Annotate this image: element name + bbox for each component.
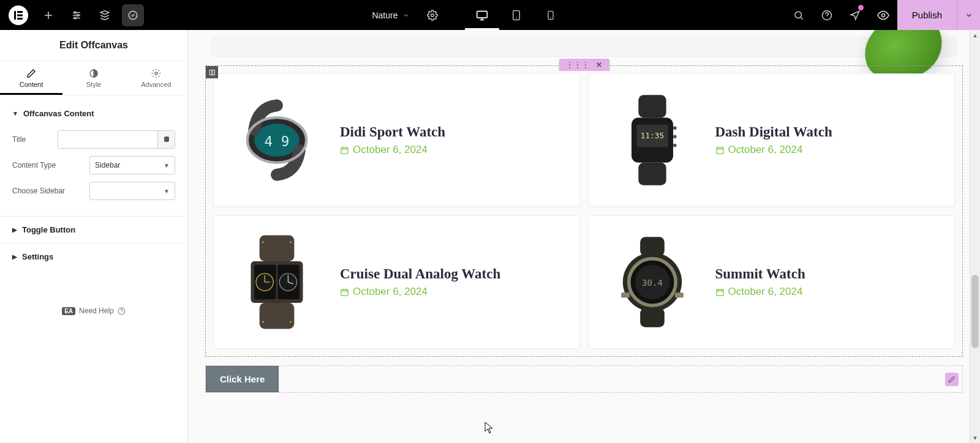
svg-text:30.4: 30.4 <box>641 278 662 288</box>
svg-point-64 <box>262 241 264 243</box>
responsive-devices <box>465 0 568 30</box>
chevron-down-icon: ▼ <box>164 162 170 169</box>
mouse-cursor <box>484 422 494 434</box>
svg-text:4 9: 4 9 <box>265 133 290 149</box>
caret-right-icon: ▶ <box>12 226 17 233</box>
svg-rect-62 <box>260 236 295 262</box>
svg-point-47 <box>673 135 677 139</box>
tab-content[interactable]: Content <box>0 61 62 95</box>
publish-button[interactable]: Publish <box>897 0 957 30</box>
offcanvas-widget[interactable]: Click Here <box>205 365 963 393</box>
header-strip <box>211 37 957 57</box>
svg-rect-0 <box>14 11 16 20</box>
svg-point-67 <box>290 321 292 323</box>
svg-rect-2 <box>17 14 23 16</box>
publish-group: Publish <box>897 0 980 30</box>
svg-rect-68 <box>341 289 348 296</box>
product-date: October 6, 2024 <box>340 286 500 298</box>
section-handle[interactable]: ⋮⋮⋮ ✕ <box>559 59 609 71</box>
field-choose-sidebar: Choose Sidebar ▼ <box>12 182 175 200</box>
product-card[interactable]: 11:35 Dash Digital Watch October 6, 2024 <box>589 73 956 207</box>
chevron-down-icon <box>402 12 410 19</box>
svg-text:11:35: 11:35 <box>640 131 663 140</box>
structure-button[interactable] <box>91 0 119 30</box>
tab-label: Advanced <box>141 81 172 88</box>
svg-point-21 <box>795 12 802 18</box>
product-title: Didi Sport Watch <box>340 124 445 140</box>
section-offcanvas-content[interactable]: ▼ Offcanvas Content <box>12 104 175 123</box>
svg-point-25 <box>881 13 884 17</box>
pencil-icon <box>948 376 956 383</box>
vertical-scrollbar[interactable]: ▲ ▼ <box>970 30 980 443</box>
history-button[interactable] <box>122 4 144 26</box>
notifications-button[interactable] <box>841 0 869 30</box>
tab-advanced[interactable]: Advanced <box>125 61 187 95</box>
svg-rect-14 <box>477 11 488 18</box>
product-date: October 6, 2024 <box>340 144 445 156</box>
product-body: Didi Sport Watch October 6, 2024 <box>329 124 445 156</box>
database-icon <box>163 136 170 143</box>
scroll-down[interactable]: ▼ <box>970 433 980 443</box>
svg-point-11 <box>74 17 76 19</box>
title-input[interactable] <box>58 131 157 148</box>
svg-rect-32 <box>212 70 214 75</box>
tab-label: Content <box>20 81 43 88</box>
svg-rect-37 <box>341 147 348 154</box>
page-settings-button[interactable] <box>418 0 447 30</box>
section-label: Offcanvas Content <box>23 109 94 118</box>
svg-rect-78 <box>621 292 630 298</box>
product-body: Cruise Dual Analog Watch October 6, 2024 <box>329 266 500 298</box>
svg-line-22 <box>801 17 802 19</box>
svg-point-66 <box>262 321 264 323</box>
tab-style[interactable]: Style <box>62 61 125 95</box>
pencil-icon <box>26 69 36 78</box>
product-body: Summit Watch October 6, 2024 <box>704 266 805 298</box>
offcanvas-toggle-button[interactable]: Click Here <box>206 366 279 392</box>
field-content-type: Content Type Sidebar ▼ <box>12 156 175 174</box>
product-date: October 6, 2024 <box>715 286 805 298</box>
need-help[interactable]: EA Need Help <box>0 307 187 315</box>
column-handle[interactable] <box>206 66 218 78</box>
edit-widget-button[interactable] <box>945 373 959 386</box>
section-settings[interactable]: ▶ Settings <box>0 243 187 270</box>
product-image: 4 9 <box>225 88 329 192</box>
section-products[interactable]: ⋮⋮⋮ ✕ 4 9 Didi Sport Watch October 6, 20… <box>205 65 963 357</box>
product-card[interactable]: Cruise Dual Analog Watch October 6, 2024 <box>213 215 580 349</box>
product-date: October 6, 2024 <box>715 144 832 156</box>
section-label: Toggle Button <box>22 225 75 234</box>
device-tablet[interactable] <box>499 0 533 30</box>
publish-options-button[interactable] <box>957 0 980 30</box>
add-element-button[interactable] <box>34 0 62 30</box>
canvas[interactable]: ⋮⋮⋮ ✕ 4 9 Didi Sport Watch October 6, 20… <box>188 30 980 443</box>
product-card[interactable]: 30.4 Summit Watch October 6, 2024 <box>589 215 956 349</box>
dynamic-tags-button[interactable] <box>157 131 175 148</box>
topbar-right: Publish <box>785 0 980 30</box>
sidebar-title: Edit Offcanvas <box>0 30 187 61</box>
help-button[interactable] <box>813 0 841 30</box>
choose-sidebar-select[interactable]: ▼ <box>89 182 175 200</box>
device-mobile[interactable] <box>533 0 568 30</box>
svg-rect-1 <box>17 11 23 13</box>
svg-point-27 <box>155 72 157 75</box>
chevron-down-icon <box>965 11 973 20</box>
chevron-down-icon: ▼ <box>164 188 170 195</box>
svg-point-46 <box>673 126 677 130</box>
svg-rect-80 <box>716 289 723 296</box>
product-card[interactable]: 4 9 Didi Sport Watch October 6, 2024 <box>213 73 580 207</box>
scroll-thumb[interactable] <box>971 275 979 348</box>
scroll-up[interactable]: ▲ <box>970 30 980 40</box>
elementor-logo[interactable] <box>9 6 28 25</box>
delete-section-button[interactable]: ✕ <box>596 61 602 69</box>
section-toggle-button[interactable]: ▶ Toggle Button <box>0 216 187 243</box>
preview-button[interactable] <box>869 0 897 30</box>
drag-handle-icon[interactable]: ⋮⋮⋮ <box>566 61 590 69</box>
device-desktop[interactable] <box>465 0 499 30</box>
content-type-select[interactable]: Sidebar ▼ <box>89 156 175 174</box>
offcanvas-content-section: ▼ Offcanvas Content Title Content Type S… <box>0 95 187 216</box>
site-settings-button[interactable] <box>62 0 91 30</box>
field-label: Content Type <box>12 161 80 169</box>
search-button[interactable] <box>785 0 813 30</box>
theme-selector[interactable]: Nature <box>363 0 418 30</box>
field-label: Title <box>12 135 58 144</box>
svg-point-7 <box>74 12 76 13</box>
